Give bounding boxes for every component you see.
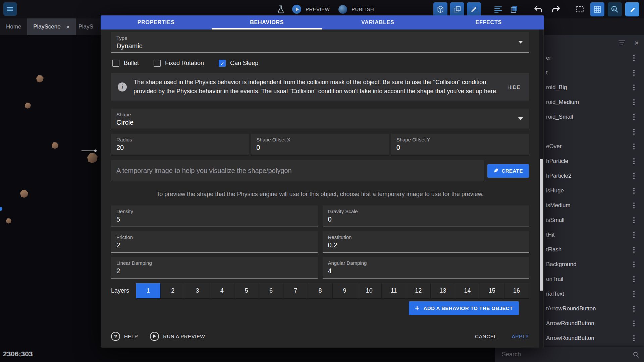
radius-field[interactable]: Radius 20 — [111, 134, 249, 155]
edit-scene-icon[interactable] — [467, 2, 481, 16]
tab-playscene-2[interactable]: PlayS — [76, 18, 96, 35]
objects-editor-icon[interactable] — [433, 2, 447, 16]
item-menu-icon[interactable] — [633, 190, 635, 191]
item-menu-icon[interactable] — [633, 116, 635, 118]
publish-globe-icon[interactable] — [338, 5, 347, 14]
paint-brush-icon[interactable] — [625, 2, 639, 16]
asteroid-sprite — [52, 142, 58, 149]
window-mask-icon[interactable] — [573, 2, 587, 16]
checkbox-icon — [112, 60, 119, 67]
toolbar-right-group: 1:1 — [433, 2, 639, 17]
layer-15-button[interactable]: 15 — [480, 283, 504, 298]
item-menu-icon[interactable] — [633, 264, 635, 265]
asteroid-sprite — [6, 218, 11, 224]
tab-playscene[interactable]: PlayScene × — [27, 18, 75, 35]
close-panel-icon[interactable]: × — [635, 39, 639, 47]
bullet-checkbox[interactable]: Bullet — [112, 60, 139, 67]
publish-button[interactable]: PUBLISH — [352, 6, 374, 12]
item-menu-icon[interactable] — [633, 220, 635, 221]
undo-icon[interactable] — [531, 2, 545, 16]
layer-11-button[interactable]: 11 — [382, 283, 406, 298]
tab-home[interactable]: Home — [0, 18, 27, 35]
add-behavior-button[interactable]: + ADD A BEHAVIOR TO THE OBJECT — [409, 301, 519, 315]
layer-3-button[interactable]: 3 — [185, 283, 210, 298]
run-preview-button[interactable]: RUN A PREVIEW — [150, 332, 205, 341]
restitution-field[interactable]: Restitution 0.2 — [323, 231, 529, 253]
selection-handle[interactable] — [94, 149, 97, 152]
shape-label: Shape — [116, 112, 524, 117]
debug-flask-icon[interactable] — [276, 4, 285, 14]
item-menu-icon[interactable] — [633, 87, 635, 88]
layer-14-button[interactable]: 14 — [455, 283, 480, 298]
layer-16-button[interactable]: 16 — [504, 283, 529, 298]
can-sleep-checkbox[interactable]: Can Sleep — [219, 60, 258, 67]
gravity-scale-field[interactable]: Gravity Scale 0 — [323, 205, 529, 227]
layer-6-button[interactable]: 6 — [259, 283, 283, 298]
item-menu-icon[interactable] — [633, 338, 635, 339]
item-menu-icon[interactable] — [633, 175, 635, 177]
shape-select[interactable]: Shape Circle — [111, 109, 529, 129]
item-menu-icon[interactable] — [633, 249, 635, 250]
hide-button[interactable]: HIDE — [505, 84, 522, 90]
item-menu-icon[interactable] — [633, 102, 635, 103]
layer-1-button[interactable]: 1 — [136, 283, 161, 298]
angular-damping-field[interactable]: Angular Damping 4 — [323, 257, 529, 279]
friction-field[interactable]: Friction 2 — [111, 231, 318, 253]
grid-icon[interactable] — [590, 2, 604, 16]
tab-properties[interactable]: PROPERTIES — [101, 15, 212, 29]
tab-behaviors[interactable]: BEHAVIORS — [212, 15, 323, 29]
item-menu-icon[interactable] — [633, 72, 635, 73]
shape-offset-x-field[interactable]: Shape Offset X 0 — [251, 134, 389, 155]
item-menu-icon[interactable] — [633, 57, 635, 59]
shape-offset-y-field[interactable]: Shape Offset Y 0 — [391, 134, 529, 155]
dialog-scrollbar-thumb[interactable] — [540, 159, 543, 291]
layer-8-button[interactable]: 8 — [308, 283, 332, 298]
layer-12-button[interactable]: 12 — [406, 283, 431, 298]
close-tab-icon[interactable]: × — [66, 24, 70, 30]
edge-marker — [0, 207, 2, 211]
tab-variables[interactable]: VARIABLES — [322, 15, 433, 29]
layer-13-button[interactable]: 13 — [431, 283, 455, 298]
search-input[interactable] — [502, 351, 633, 358]
layer-10-button[interactable]: 10 — [357, 283, 382, 298]
create-button[interactable]: ✎ CREATE — [487, 164, 529, 178]
apply-button[interactable]: APPLY — [512, 334, 529, 339]
project-manager-icon[interactable] — [3, 2, 17, 16]
asteroid-sprite — [20, 190, 28, 198]
layer-5-button[interactable]: 5 — [234, 283, 259, 298]
preview-hint: To preview the shape that the Physics en… — [111, 191, 529, 198]
item-menu-icon[interactable] — [633, 323, 635, 324]
temp-image-input[interactable] — [111, 167, 484, 175]
item-menu-icon[interactable] — [633, 161, 635, 162]
filter-icon[interactable] — [619, 40, 625, 46]
layers-panel-icon[interactable] — [507, 2, 521, 16]
type-select[interactable]: Type Dynamic — [111, 32, 529, 53]
item-menu-icon[interactable] — [633, 131, 635, 132]
shape-value: Circle — [116, 119, 524, 126]
layer-9-button[interactable]: 9 — [333, 283, 357, 298]
item-menu-icon[interactable] — [633, 279, 635, 280]
item-menu-icon[interactable] — [633, 146, 635, 147]
hamburger-icon — [6, 5, 14, 13]
preview-button[interactable]: PREVIEW — [306, 6, 330, 12]
object-groups-icon[interactable] — [450, 2, 464, 16]
layer-2-button[interactable]: 2 — [161, 283, 185, 298]
instances-list-icon[interactable] — [491, 2, 505, 16]
info-icon: i — [118, 82, 127, 92]
info-text: The shape used in the Physics behavior i… — [133, 78, 499, 96]
item-menu-icon[interactable] — [633, 308, 635, 309]
linear-damping-field[interactable]: Linear Damping 2 — [111, 257, 318, 279]
cancel-button[interactable]: CANCEL — [475, 334, 497, 339]
help-button[interactable]: ? HELP — [111, 332, 138, 341]
item-menu-icon[interactable] — [633, 293, 635, 295]
layer-7-button[interactable]: 7 — [283, 283, 308, 298]
zoom-1-1-icon[interactable]: 1:1 — [608, 2, 622, 16]
item-menu-icon[interactable] — [633, 205, 635, 206]
redo-icon[interactable] — [549, 2, 563, 16]
preview-play-icon[interactable] — [292, 5, 301, 14]
layer-4-button[interactable]: 4 — [210, 283, 234, 298]
density-field[interactable]: Density 5 — [111, 205, 318, 227]
fixed-rotation-checkbox[interactable]: Fixed Rotation — [154, 60, 204, 67]
tab-effects[interactable]: EFFECTS — [433, 15, 544, 29]
item-menu-icon[interactable] — [633, 234, 635, 236]
